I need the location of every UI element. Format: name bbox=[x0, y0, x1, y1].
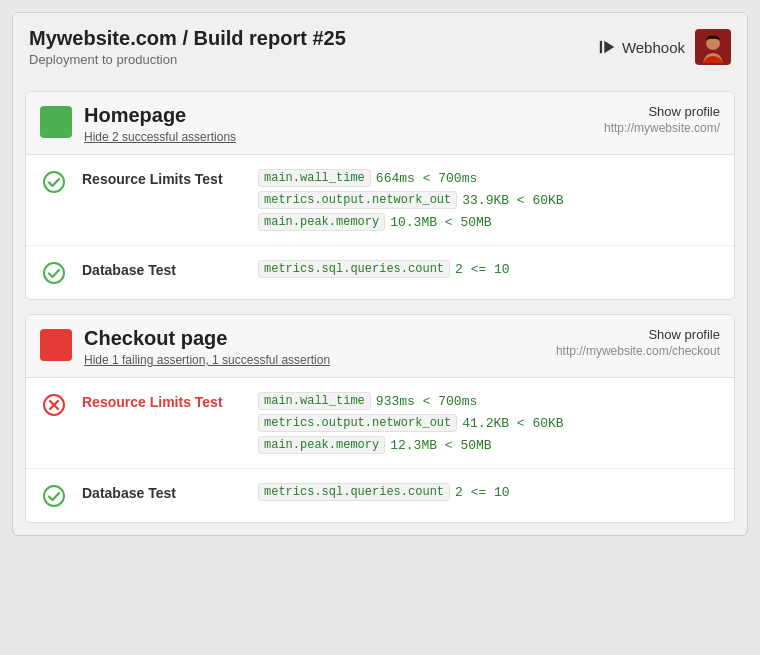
page-subtitle: Deployment to production bbox=[29, 52, 346, 67]
webhook-label: Webhook bbox=[622, 39, 685, 56]
metric-value-checkout-resource-limits-1: 41.2KB < 60KB bbox=[462, 416, 563, 431]
metric-line-checkout-database-0: metrics.sql.queries.count2 <= 10 bbox=[258, 483, 510, 501]
test-row-homepage-resource-limits: Resource Limits Testmain.wall_time664ms … bbox=[26, 155, 734, 246]
metric-line-homepage-resource-limits-2: main.peak.memory10.3MB < 50MB bbox=[258, 213, 564, 231]
test-metrics-homepage-database: metrics.sql.queries.count2 <= 10 bbox=[258, 260, 510, 278]
test-status-icon-checkout-database bbox=[42, 484, 66, 508]
webhook-button[interactable]: Webhook bbox=[598, 38, 685, 56]
svg-point-9 bbox=[44, 486, 64, 506]
section-title-checkout: Checkout page bbox=[84, 327, 330, 350]
metric-value-homepage-resource-limits-0: 664ms < 700ms bbox=[376, 171, 477, 186]
metric-key-checkout-resource-limits-1: metrics.output.network_out bbox=[258, 414, 457, 432]
metric-line-homepage-resource-limits-1: metrics.output.network_out33.9KB < 60KB bbox=[258, 191, 564, 209]
metric-key-checkout-database-0: metrics.sql.queries.count bbox=[258, 483, 450, 501]
section-title-homepage: Homepage bbox=[84, 104, 236, 127]
main-container: Mywebsite.com / Build report #25 Deploym… bbox=[12, 12, 748, 536]
metric-value-checkout-resource-limits-0: 933ms < 700ms bbox=[376, 394, 477, 409]
metric-value-homepage-resource-limits-2: 10.3MB < 50MB bbox=[390, 215, 491, 230]
profile-url-homepage: http://mywebsite.com/ bbox=[604, 121, 720, 135]
metric-value-homepage-database-0: 2 <= 10 bbox=[455, 262, 510, 277]
test-rows-checkout: Resource Limits Testmain.wall_time933ms … bbox=[26, 378, 734, 522]
svg-marker-1 bbox=[604, 41, 614, 54]
profile-url-checkout: http://mywebsite.com/checkout bbox=[556, 344, 720, 358]
metric-value-checkout-resource-limits-2: 12.3MB < 50MB bbox=[390, 438, 491, 453]
svg-point-5 bbox=[44, 263, 64, 283]
section-homepage: HomepageHide 2 successful assertionsShow… bbox=[25, 91, 735, 300]
section-header-left-homepage: HomepageHide 2 successful assertions bbox=[40, 104, 236, 144]
metric-key-checkout-resource-limits-0: main.wall_time bbox=[258, 392, 371, 410]
webhook-icon bbox=[598, 38, 616, 56]
metric-line-homepage-database-0: metrics.sql.queries.count2 <= 10 bbox=[258, 260, 510, 278]
svg-rect-0 bbox=[600, 41, 602, 54]
svg-point-4 bbox=[44, 172, 64, 192]
test-rows-homepage: Resource Limits Testmain.wall_time664ms … bbox=[26, 155, 734, 299]
section-subtitle-homepage[interactable]: Hide 2 successful assertions bbox=[84, 130, 236, 144]
content: HomepageHide 2 successful assertionsShow… bbox=[13, 81, 747, 535]
metric-value-homepage-resource-limits-1: 33.9KB < 60KB bbox=[462, 193, 563, 208]
section-subtitle-checkout[interactable]: Hide 1 failing assertion, 1 successful a… bbox=[84, 353, 330, 367]
section-checkout: Checkout pageHide 1 failing assertion, 1… bbox=[25, 314, 735, 523]
section-header-right-homepage: Show profilehttp://mywebsite.com/ bbox=[604, 104, 720, 135]
metric-key-homepage-resource-limits-2: main.peak.memory bbox=[258, 213, 385, 231]
section-header-homepage: HomepageHide 2 successful assertionsShow… bbox=[26, 92, 734, 155]
section-header-left-checkout: Checkout pageHide 1 failing assertion, 1… bbox=[40, 327, 330, 367]
header-left: Mywebsite.com / Build report #25 Deploym… bbox=[29, 27, 346, 67]
metric-key-homepage-resource-limits-1: metrics.output.network_out bbox=[258, 191, 457, 209]
test-row-checkout-resource-limits: Resource Limits Testmain.wall_time933ms … bbox=[26, 378, 734, 469]
test-name-checkout-resource-limits: Resource Limits Test bbox=[82, 392, 242, 410]
section-header-checkout: Checkout pageHide 1 failing assertion, 1… bbox=[26, 315, 734, 378]
test-name-homepage-database: Database Test bbox=[82, 260, 242, 278]
status-indicator-homepage bbox=[40, 106, 72, 138]
test-name-checkout-database: Database Test bbox=[82, 483, 242, 501]
test-row-homepage-database: Database Testmetrics.sql.queries.count2 … bbox=[26, 246, 734, 299]
test-row-checkout-database: Database Testmetrics.sql.queries.count2 … bbox=[26, 469, 734, 522]
metric-key-homepage-resource-limits-0: main.wall_time bbox=[258, 169, 371, 187]
section-title-group-homepage: HomepageHide 2 successful assertions bbox=[84, 104, 236, 144]
metric-value-checkout-database-0: 2 <= 10 bbox=[455, 485, 510, 500]
section-title-group-checkout: Checkout pageHide 1 failing assertion, 1… bbox=[84, 327, 330, 367]
status-indicator-checkout bbox=[40, 329, 72, 361]
metric-key-checkout-resource-limits-2: main.peak.memory bbox=[258, 436, 385, 454]
metric-line-checkout-resource-limits-1: metrics.output.network_out41.2KB < 60KB bbox=[258, 414, 564, 432]
section-header-right-checkout: Show profilehttp://mywebsite.com/checkou… bbox=[556, 327, 720, 358]
test-status-icon-checkout-resource-limits bbox=[42, 393, 66, 417]
metric-line-homepage-resource-limits-0: main.wall_time664ms < 700ms bbox=[258, 169, 564, 187]
show-profile-link-checkout[interactable]: Show profile bbox=[556, 327, 720, 342]
show-profile-link-homepage[interactable]: Show profile bbox=[604, 104, 720, 119]
test-status-icon-homepage-database bbox=[42, 261, 66, 285]
test-metrics-checkout-resource-limits: main.wall_time933ms < 700msmetrics.outpu… bbox=[258, 392, 564, 454]
test-name-homepage-resource-limits: Resource Limits Test bbox=[82, 169, 242, 187]
header-right: Webhook bbox=[598, 29, 731, 65]
test-metrics-checkout-database: metrics.sql.queries.count2 <= 10 bbox=[258, 483, 510, 501]
metric-line-checkout-resource-limits-2: main.peak.memory12.3MB < 50MB bbox=[258, 436, 564, 454]
test-metrics-homepage-resource-limits: main.wall_time664ms < 700msmetrics.outpu… bbox=[258, 169, 564, 231]
metric-line-checkout-resource-limits-0: main.wall_time933ms < 700ms bbox=[258, 392, 564, 410]
test-status-icon-homepage-resource-limits bbox=[42, 170, 66, 194]
header: Mywebsite.com / Build report #25 Deploym… bbox=[13, 13, 747, 81]
avatar-icon bbox=[697, 31, 729, 63]
avatar bbox=[695, 29, 731, 65]
page-title: Mywebsite.com / Build report #25 bbox=[29, 27, 346, 50]
metric-key-homepage-database-0: metrics.sql.queries.count bbox=[258, 260, 450, 278]
